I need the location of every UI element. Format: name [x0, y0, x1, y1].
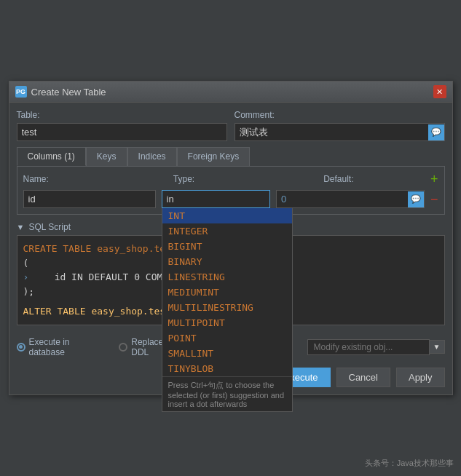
window-title: Create New Table — [31, 87, 106, 98]
tab-columns[interactable]: Columns (1) — [17, 147, 86, 166]
tab-keys[interactable]: Keys — [86, 147, 127, 166]
close-button[interactable]: ✕ — [433, 85, 446, 98]
add-column-button[interactable]: + — [430, 172, 438, 186]
table-input[interactable] — [17, 123, 227, 141]
column-type-input[interactable] — [162, 190, 270, 208]
autocomplete-item-smallint[interactable]: SMALLINT — [162, 346, 292, 361]
modify-dropdown-button[interactable]: ▼ — [430, 340, 445, 354]
modify-input[interactable] — [307, 339, 430, 355]
create-indicator: CREATE TABLE easy_shop.test — [23, 242, 177, 256]
column-name-input[interactable] — [23, 190, 156, 208]
column-row: INT INTEGER BIGINT BINARY LINESTRING MED… — [23, 190, 438, 208]
autocomplete-item-tinyblob[interactable]: TINYBLOB — [162, 361, 292, 376]
autocomplete-item-binary[interactable]: BINARY — [162, 254, 292, 269]
main-window: PG Create New Table ✕ Table: Comment: 💬 … — [9, 81, 453, 395]
cancel-button[interactable]: Cancel — [336, 368, 390, 387]
autocomplete-item-point[interactable]: POINT — [162, 330, 292, 346]
collapse-icon[interactable]: ▼ — [17, 223, 25, 231]
comment-label: Comment: — [235, 110, 445, 120]
table-comment-row: Table: Comment: 💬 — [17, 110, 445, 141]
autocomplete-item-int[interactable]: INT — [162, 208, 292, 223]
apply-button[interactable]: Apply — [396, 368, 445, 387]
sql-title: SQL Script — [28, 222, 71, 232]
autocomplete-item-linestring[interactable]: LINESTRING — [162, 269, 292, 285]
tab-indices[interactable]: Indices — [127, 147, 177, 166]
autocomplete-item-mediumint[interactable]: MEDIUMINT — [162, 285, 292, 300]
comment-icon-button[interactable]: 💬 — [428, 124, 444, 140]
sql-close-paren: ); — [23, 285, 35, 299]
default-wrapper: 💬 — [276, 190, 425, 208]
remove-column-button[interactable]: − — [430, 193, 438, 206]
autocomplete-dropdown: INT INTEGER BIGINT BINARY LINESTRING MED… — [162, 208, 293, 412]
execute-db-label: Execute in database — [29, 337, 108, 357]
table-group: Table: — [17, 110, 227, 141]
watermark: 头条号：Java技术那些事 — [365, 458, 454, 469]
autocomplete-item-multilinestring[interactable]: MULTILINESTRING — [162, 300, 292, 315]
sql-open-paren: ( — [23, 256, 29, 271]
autocomplete-item-multipoint[interactable]: MULTIPOINT — [162, 315, 292, 330]
tab-foreign-keys[interactable]: Foreign Keys — [177, 147, 251, 166]
name-label: Name: — [23, 174, 168, 184]
autocomplete-hint: Press Ctrl+句点 to choose the selected (or… — [162, 376, 292, 411]
tab-content: Name: Type: Default: + INT INTEGER BIGIN… — [17, 166, 445, 215]
autocomplete-item-bigint[interactable]: BIGINT — [162, 239, 292, 254]
autocomplete-item-integer[interactable]: INTEGER — [162, 223, 292, 239]
execute-db-option[interactable]: Execute in database — [17, 337, 108, 357]
modify-wrapper: ▼ — [307, 339, 445, 355]
type-wrapper: INT INTEGER BIGINT BINARY LINESTRING MED… — [162, 190, 270, 208]
default-label: Default: — [323, 174, 425, 184]
table-label: Table: — [17, 110, 227, 120]
sql-line-indicator: › — [23, 270, 29, 285]
title-bar: PG Create New Table ✕ — [9, 82, 452, 103]
type-label: Type: — [173, 174, 318, 184]
app-icon: PG — [15, 86, 27, 98]
default-icon-button[interactable]: 💬 — [408, 191, 424, 207]
comment-input[interactable] — [235, 124, 428, 140]
replace-ddl-radio[interactable] — [119, 343, 127, 352]
window-body: Table: Comment: 💬 Columns (1) Keys Indic… — [9, 103, 452, 394]
columns-header: Name: Type: Default: + — [23, 172, 438, 186]
tabs-row: Columns (1) Keys Indices Foreign Keys — [17, 147, 445, 166]
title-bar-left: PG Create New Table — [15, 86, 106, 98]
comment-input-wrapper: 💬 — [235, 123, 445, 141]
execute-db-radio[interactable] — [17, 343, 25, 352]
column-default-input[interactable] — [277, 191, 408, 207]
comment-group: Comment: 💬 — [235, 110, 445, 141]
